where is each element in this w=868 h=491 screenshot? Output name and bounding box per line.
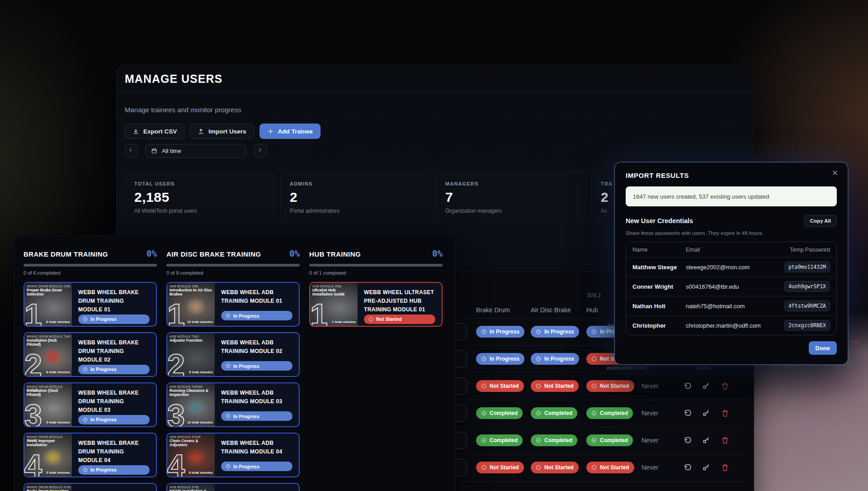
plus-icon [267, 128, 274, 135]
training-module-card[interactable]: BRAKE DRUM MODULE FIVEBrake Drum Inspect… [24, 483, 157, 491]
training-module-card[interactable]: ADB MODULE TWOAdjuster Function28 total … [166, 332, 300, 377]
progress-cell: Completed [476, 434, 523, 446]
module-thumb-minutes: 14 total minutes [187, 420, 213, 424]
status-badge-label: Not Started [376, 316, 402, 322]
check-circle-icon [536, 438, 542, 443]
progress-cell: In Progress [476, 326, 524, 338]
key-button[interactable] [702, 409, 710, 417]
module-thumb-caption: ADB MODULE ONE [170, 285, 198, 288]
stat-value: 2,185 [134, 190, 265, 205]
page-subtitle: Manage trainees and monitor progress [125, 106, 745, 114]
module-card-body: WEBB WHEEL BRAKE DRUM TRAINING MODULE 04… [72, 434, 156, 477]
training-module-card[interactable]: BRAKE DRUM MODULE THREEInstallation (Stu… [24, 382, 157, 427]
import-users-label: Import Users [208, 128, 246, 135]
stat-label: TOTAL USERS [134, 181, 265, 186]
module-status: In Progress [221, 411, 292, 421]
training-progress-bar [309, 264, 443, 267]
training-module-card[interactable]: ADB MODULE FIVENS225 Installation & Feat… [166, 483, 300, 491]
stat-card: ADMINS2Portal administrators [280, 171, 430, 223]
training-module-card[interactable]: ADB MODULE THREERunning Clearance & Insp… [166, 382, 300, 427]
status-badge: In Progress [221, 361, 292, 371]
credential-email: s00416764@tbr.edu [686, 283, 773, 290]
next-period-button[interactable] [254, 144, 267, 158]
status-badge: In Progress [531, 326, 579, 338]
import-users-button[interactable]: Import Users [190, 124, 254, 139]
training-column-header: BRAKE DRUM TRAINING0% [24, 248, 157, 258]
occluded-text-fragment: 374.2 [587, 292, 601, 299]
status-badge: In Progress [78, 365, 150, 374]
credential-name: Conner Wright [632, 283, 686, 290]
module-card-body: WEBB WHEEL BRAKE DRUM TRAINING MODULE 05 [72, 484, 156, 491]
key-button[interactable] [702, 463, 710, 472]
module-thumb-subtitle: Brake Drum Inspection [27, 489, 71, 491]
date-filter-row: All time [125, 144, 745, 158]
module-card-body: WEBB WHEEL ADB TRAINING MODULE 01In Prog… [215, 283, 299, 326]
key-button[interactable] [702, 436, 710, 444]
reset-progress-button[interactable] [683, 436, 691, 444]
export-csv-button[interactable]: Export CSV [125, 124, 184, 139]
training-module-card[interactable]: HUB MODULE ONEUltraSet Hub Installation … [309, 282, 443, 327]
date-range-field[interactable]: All time [145, 144, 246, 158]
reset-progress-icon [683, 463, 691, 472]
reset-progress-button[interactable] [683, 382, 691, 390]
module-thumb-number: 4 [167, 450, 185, 477]
module-card-title: WEBB WHEEL ADB TRAINING MODULE 01 [221, 288, 292, 305]
credentials-row: Matthew Steegesteeege2002@msn.compta9mo1… [626, 257, 836, 276]
temp-password-value: pta9mo11432M [784, 262, 830, 272]
progress-cell: Completed [586, 434, 633, 446]
training-column: AIR DISC BRAKE TRAINING0%0 of 8 complete… [166, 248, 300, 491]
temp-password-value: 2cnxgzc8RNEX [784, 320, 830, 331]
password-expires-value: Never [642, 464, 658, 471]
status-badge-label: In Progress [90, 316, 117, 322]
status-badge-label: Completed [600, 410, 628, 416]
trash-button[interactable] [721, 463, 729, 472]
add-trainee-button[interactable]: Add Trainee [259, 124, 321, 139]
trash-button[interactable] [721, 382, 729, 390]
training-card-list: HUB MODULE ONEUltraSet Hub Installation … [309, 282, 443, 327]
training-column: HUB TRAINING0%0 of 1 completedHUB MODULE… [309, 248, 443, 491]
page-title: MANAGE USERS [125, 72, 222, 86]
training-module-card[interactable]: BRAKE DRUM MODULE FOURAvoid Improper Ins… [24, 433, 157, 477]
module-thumbnail: ADB MODULE THREERunning Clearance & Insp… [167, 383, 215, 426]
key-button[interactable] [702, 382, 710, 390]
copy-all-button[interactable]: Copy All [804, 215, 837, 227]
status-badge-label: Completed [544, 410, 572, 416]
progress-cell: Completed [586, 407, 633, 419]
trash-icon [721, 409, 729, 417]
done-button[interactable]: Done [809, 341, 837, 355]
circle-icon [481, 465, 487, 471]
status-badge-label: Completed [544, 437, 572, 443]
status-badge-label: Completed [600, 437, 628, 443]
previous-period-button[interactable] [125, 144, 137, 158]
training-module-card[interactable]: BRAKE DRUM MODULE ONEProper Brake Drum S… [24, 282, 157, 327]
trash-button[interactable] [721, 436, 729, 444]
date-range-value: All time [162, 148, 181, 154]
training-completed-count: 0 of 1 completed [309, 270, 443, 276]
reset-progress-button[interactable] [683, 409, 691, 417]
module-thumb-caption: ADB MODULE FOUR [170, 435, 201, 439]
progress-column-header: Brake Drum [476, 306, 510, 314]
progress-cell: Completed [476, 407, 523, 419]
clock-icon [226, 363, 231, 368]
module-card-title: WEBB WHEEL ULTRASET PRE-ADJUSTED HUB TRA… [364, 288, 435, 315]
module-card-body: WEBB WHEEL ADB TRAINING MODULE 05 [215, 484, 299, 491]
training-progress-bar [24, 264, 157, 267]
training-module-card[interactable]: ADB MODULE FOURChain Covers & Adjusters4… [166, 433, 300, 477]
training-module-card[interactable]: ADB MODULE ONEIntroduction to Air Disc B… [166, 282, 300, 327]
key-icon [702, 382, 710, 390]
close-icon[interactable] [831, 169, 840, 178]
training-module-card[interactable]: BRAKE DRUM MODULE TWOInstallation (Hub P… [24, 332, 157, 377]
occluded-text-fragment: ta Inc. [696, 365, 712, 371]
module-thumb-caption: BRAKE DRUM MODULE ONE [27, 285, 71, 288]
progress-column-header: Hub [586, 306, 598, 314]
trash-button[interactable] [721, 409, 729, 417]
credential-name: Christopher [632, 322, 686, 329]
reset-progress-button[interactable] [683, 463, 691, 472]
module-thumbnail: ADB MODULE FIVENS225 Installation & Feat… [167, 484, 215, 491]
reset-progress-icon [683, 382, 691, 390]
training-progress-percent: 0% [146, 248, 157, 258]
module-card-title: WEBB WHEEL ADB TRAINING MODULE 03 [221, 389, 292, 406]
module-card-body: WEBB WHEEL ADB TRAINING MODULE 04In Prog… [215, 434, 299, 477]
module-thumb-subtitle: Introduction to Air Disc Brakes [170, 288, 213, 297]
check-circle-icon [591, 410, 597, 416]
